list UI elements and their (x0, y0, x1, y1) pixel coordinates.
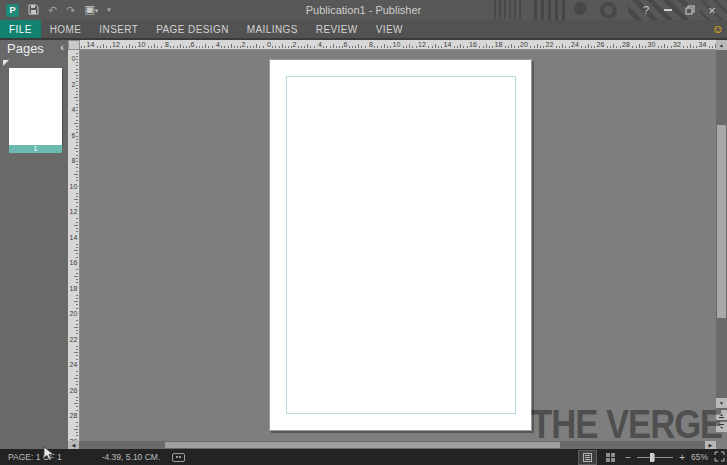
horizontal-scrollbar[interactable]: ◀ ▶ (68, 441, 716, 449)
ruler-tick (432, 46, 433, 48)
ruler-tick (632, 46, 633, 48)
ruler-tick (76, 218, 78, 219)
publisher-logo-icon[interactable]: P (6, 4, 19, 17)
scroll-right-button[interactable]: ▶ (705, 441, 716, 449)
ruler-tick (76, 279, 78, 280)
ruler-tick (177, 46, 178, 48)
minimize-icon (664, 9, 672, 11)
undo-icon[interactable]: ↶ (48, 3, 57, 17)
restore-icon (685, 5, 695, 15)
object-size-icon[interactable] (172, 453, 185, 462)
customize-qat-icon[interactable]: ▾ (107, 6, 111, 14)
ruler-number: 30 (647, 40, 657, 49)
zoom-slider-midpoint (654, 454, 655, 461)
save-icon[interactable] (28, 1, 39, 19)
ruler-tick (263, 46, 264, 48)
tab-review[interactable]: REVIEW (307, 20, 367, 38)
ruler-tick (336, 46, 337, 48)
ruler-number: 10 (69, 183, 79, 191)
ruler-corner-box[interactable] (68, 40, 80, 50)
two-page-spread-view-button[interactable] (602, 451, 619, 464)
page-indicator[interactable]: PAGE: 1 OF 1 (8, 452, 62, 462)
ribbon-tab-row: FILEHOMEINSERTPAGE DESIGNMAILINGSREVIEWV… (0, 20, 727, 38)
next-page-button[interactable]: ▼ (716, 422, 727, 432)
send-a-smile-icon[interactable]: ☺ (712, 22, 724, 36)
zoom-out-button[interactable]: − (625, 452, 631, 463)
touch-mode-icon[interactable]: ▣▾ (84, 2, 98, 18)
horizontal-ruler[interactable]: 1412108642024681012141618202224262830323… (80, 40, 716, 50)
page-thumbnail-number[interactable]: 1 (9, 145, 62, 153)
ruler-tick (483, 46, 484, 48)
minimize-button[interactable] (657, 0, 679, 20)
vertical-ruler[interactable]: 024681012141618202224262830 (68, 50, 80, 441)
vertical-scrollbar[interactable]: ▲ ▼ ▲ ▼ (716, 40, 727, 432)
ruler-tick (231, 44, 232, 48)
zoom-slider-thumb[interactable] (650, 453, 654, 462)
ruler-tick (76, 435, 78, 436)
scroll-up-button[interactable]: ▲ (716, 40, 727, 50)
ruler-tick (76, 65, 78, 66)
ruler-tick (76, 100, 78, 101)
restore-button[interactable] (679, 0, 701, 20)
publication-page[interactable] (269, 59, 532, 431)
ruler-tick (74, 123, 78, 124)
ruler-tick (76, 120, 78, 121)
fit-page-button[interactable] (714, 451, 725, 464)
ruler-tick (76, 282, 78, 283)
ruler-tick (76, 410, 78, 411)
single-page-view-button[interactable] (579, 451, 596, 464)
ruler-tick (132, 46, 133, 48)
ruler-number: 18 (69, 285, 79, 293)
ruler-tick (460, 44, 461, 48)
ruler-tick (224, 46, 225, 48)
ruler-tick (237, 46, 238, 48)
ruler-tick (76, 308, 78, 309)
scroll-left-button[interactable]: ◀ (68, 441, 79, 449)
scroll-down-button[interactable]: ▼ (716, 398, 727, 408)
tab-file[interactable]: FILE (0, 20, 41, 38)
close-button[interactable]: × (701, 0, 723, 20)
ruler-tick (76, 69, 78, 70)
page-thumbnail[interactable] (9, 68, 62, 145)
tab-mailings[interactable]: MAILINGS (238, 20, 307, 38)
ruler-tick (228, 46, 229, 48)
redo-icon[interactable]: ↷ (66, 3, 75, 17)
ruler-tick (259, 46, 260, 48)
collapse-pages-panel-icon[interactable]: ‹ (60, 42, 64, 53)
ruler-tick (333, 44, 334, 48)
ruler-number: 22 (545, 40, 555, 49)
ruler-tick (307, 44, 308, 48)
ruler-tick (76, 53, 78, 54)
ruler-tick (607, 46, 608, 48)
ruler-tick (122, 46, 123, 48)
zoom-percentage[interactable]: 65% (691, 452, 708, 462)
ruler-tick (76, 91, 78, 92)
ruler-tick (361, 46, 362, 48)
tab-home[interactable]: HOME (41, 20, 91, 38)
margin-guides (286, 76, 516, 414)
ruler-tick (250, 46, 251, 48)
tab-insert[interactable]: INSERT (90, 20, 147, 38)
ruler-tick (208, 46, 209, 48)
ruler-tick (76, 75, 78, 76)
ruler-tick (683, 46, 684, 48)
vertical-scrollbar-thumb[interactable] (717, 125, 726, 318)
previous-page-button[interactable]: ▲ (716, 410, 727, 420)
ruler-tick (508, 46, 509, 48)
tab-view[interactable]: VIEW (367, 20, 412, 38)
help-button[interactable]: ? (635, 0, 657, 20)
ruler-number: 16 (69, 259, 79, 267)
ruler-number: 4 (215, 40, 221, 49)
zoom-slider[interactable] (637, 451, 673, 464)
ruler-tick (486, 44, 487, 48)
zoom-in-button[interactable]: + (679, 452, 685, 463)
horizontal-scrollbar-thumb[interactable] (165, 442, 560, 448)
canvas-workspace[interactable] (80, 50, 716, 441)
ruler-tick (74, 72, 78, 73)
ruler-tick (76, 142, 78, 143)
ruler-number: 14 (443, 40, 453, 49)
ruler-tick (374, 46, 375, 48)
tab-page-design[interactable]: PAGE DESIGN (147, 20, 238, 38)
ruler-tick (712, 46, 713, 48)
ruler-tick (74, 301, 78, 302)
